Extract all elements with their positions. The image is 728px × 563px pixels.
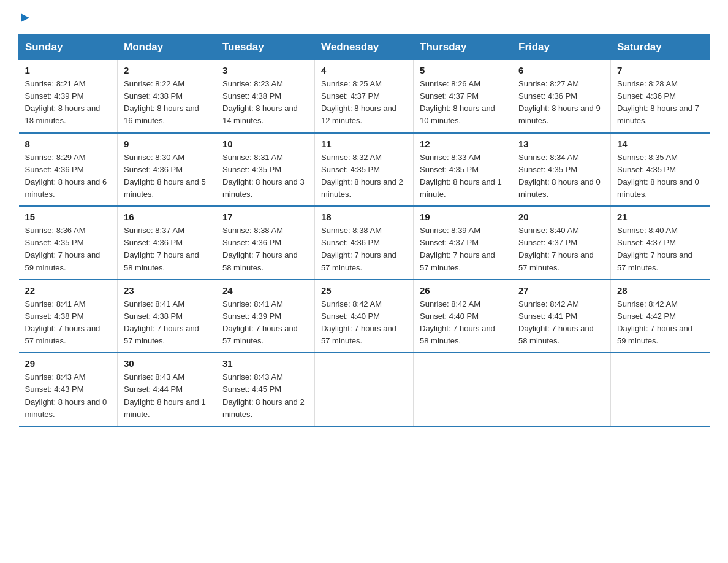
calendar-cell: 15 Sunrise: 8:36 AMSunset: 4:35 PMDaylig… [19, 206, 118, 280]
day-info: Sunrise: 8:41 AMSunset: 4:38 PMDaylight:… [25, 298, 112, 348]
day-info: Sunrise: 8:42 AMSunset: 4:41 PMDaylight:… [518, 298, 604, 348]
day-number: 1 [25, 65, 112, 75]
day-info: Sunrise: 8:33 AMSunset: 4:35 PMDaylight:… [420, 151, 506, 201]
calendar-cell: 13 Sunrise: 8:34 AMSunset: 4:35 PMDaylig… [512, 133, 611, 207]
calendar-cell: 16 Sunrise: 8:37 AMSunset: 4:36 PMDaylig… [118, 206, 216, 280]
logo [18, 12, 31, 22]
calendar-cell: 6 Sunrise: 8:27 AMSunset: 4:36 PMDayligh… [512, 60, 611, 133]
calendar-cell: 24 Sunrise: 8:41 AMSunset: 4:39 PMDaylig… [216, 280, 315, 353]
calendar-cell: 31 Sunrise: 8:43 AMSunset: 4:45 PMDaylig… [216, 353, 315, 426]
week-row-1: 1 Sunrise: 8:21 AMSunset: 4:39 PMDayligh… [19, 60, 710, 133]
calendar-cell: 22 Sunrise: 8:41 AMSunset: 4:38 PMDaylig… [19, 280, 118, 353]
calendar-cell: 17 Sunrise: 8:38 AMSunset: 4:36 PMDaylig… [216, 206, 315, 280]
day-number: 12 [420, 139, 506, 149]
day-info: Sunrise: 8:28 AMSunset: 4:36 PMDaylight:… [617, 78, 703, 128]
calendar-cell: 8 Sunrise: 8:29 AMSunset: 4:36 PMDayligh… [19, 133, 118, 207]
calendar-cell [414, 353, 512, 426]
logo-triangle-icon [20, 12, 31, 26]
day-info: Sunrise: 8:43 AMSunset: 4:45 PMDaylight:… [222, 371, 308, 421]
day-info: Sunrise: 8:42 AMSunset: 4:40 PMDaylight:… [420, 298, 506, 348]
day-number: 2 [124, 65, 210, 75]
day-number: 21 [617, 212, 703, 222]
day-info: Sunrise: 8:41 AMSunset: 4:39 PMDaylight:… [222, 298, 308, 348]
day-number: 3 [222, 65, 308, 75]
calendar-cell: 19 Sunrise: 8:39 AMSunset: 4:37 PMDaylig… [414, 206, 512, 280]
day-number: 29 [25, 358, 112, 369]
day-info: Sunrise: 8:30 AMSunset: 4:36 PMDaylight:… [124, 151, 210, 201]
day-number: 8 [25, 139, 112, 149]
calendar-cell: 10 Sunrise: 8:31 AMSunset: 4:35 PMDaylig… [216, 133, 315, 207]
week-row-5: 29 Sunrise: 8:43 AMSunset: 4:43 PMDaylig… [19, 353, 710, 426]
calendar-table: SundayMondayTuesdayWednesdayThursdayFrid… [18, 34, 710, 427]
day-info: Sunrise: 8:23 AMSunset: 4:38 PMDaylight:… [222, 78, 308, 128]
day-info: Sunrise: 8:27 AMSunset: 4:36 PMDaylight:… [518, 78, 604, 128]
day-info: Sunrise: 8:22 AMSunset: 4:38 PMDaylight:… [124, 78, 210, 128]
day-number: 7 [617, 65, 703, 75]
day-number: 11 [321, 139, 407, 149]
day-info: Sunrise: 8:26 AMSunset: 4:37 PMDaylight:… [420, 78, 506, 128]
calendar-cell: 26 Sunrise: 8:42 AMSunset: 4:40 PMDaylig… [414, 280, 512, 353]
day-number: 30 [124, 358, 210, 369]
day-info: Sunrise: 8:31 AMSunset: 4:35 PMDaylight:… [222, 151, 308, 201]
calendar-cell: 27 Sunrise: 8:42 AMSunset: 4:41 PMDaylig… [512, 280, 611, 353]
calendar-header-row: SundayMondayTuesdayWednesdayThursdayFrid… [19, 35, 710, 60]
calendar-cell: 21 Sunrise: 8:40 AMSunset: 4:37 PMDaylig… [611, 206, 710, 280]
day-info: Sunrise: 8:43 AMSunset: 4:43 PMDaylight:… [25, 371, 112, 421]
calendar-cell: 4 Sunrise: 8:25 AMSunset: 4:37 PMDayligh… [315, 60, 414, 133]
day-number: 14 [617, 139, 703, 149]
calendar-cell: 2 Sunrise: 8:22 AMSunset: 4:38 PMDayligh… [118, 60, 216, 133]
day-number: 9 [124, 139, 210, 149]
day-number: 31 [222, 358, 308, 369]
day-number: 5 [420, 65, 506, 75]
day-number: 23 [124, 285, 210, 296]
svg-marker-0 [21, 13, 29, 22]
header-tuesday: Tuesday [216, 35, 315, 60]
calendar-cell: 3 Sunrise: 8:23 AMSunset: 4:38 PMDayligh… [216, 60, 315, 133]
header-thursday: Thursday [414, 35, 512, 60]
calendar-cell: 25 Sunrise: 8:42 AMSunset: 4:40 PMDaylig… [315, 280, 414, 353]
day-number: 18 [321, 212, 407, 222]
calendar-cell: 11 Sunrise: 8:32 AMSunset: 4:35 PMDaylig… [315, 133, 414, 207]
calendar-cell: 29 Sunrise: 8:43 AMSunset: 4:43 PMDaylig… [19, 353, 118, 426]
calendar-cell: 5 Sunrise: 8:26 AMSunset: 4:37 PMDayligh… [414, 60, 512, 133]
day-info: Sunrise: 8:40 AMSunset: 4:37 PMDaylight:… [617, 224, 703, 274]
day-number: 10 [222, 139, 308, 149]
calendar-cell [611, 353, 710, 426]
day-info: Sunrise: 8:25 AMSunset: 4:37 PMDaylight:… [321, 78, 407, 128]
day-info: Sunrise: 8:42 AMSunset: 4:42 PMDaylight:… [617, 298, 703, 348]
calendar-cell: 28 Sunrise: 8:42 AMSunset: 4:42 PMDaylig… [611, 280, 710, 353]
day-number: 16 [124, 212, 210, 222]
day-number: 13 [518, 139, 604, 149]
day-number: 20 [518, 212, 604, 222]
calendar-cell: 1 Sunrise: 8:21 AMSunset: 4:39 PMDayligh… [19, 60, 118, 133]
calendar-cell: 14 Sunrise: 8:35 AMSunset: 4:35 PMDaylig… [611, 133, 710, 207]
week-row-4: 22 Sunrise: 8:41 AMSunset: 4:38 PMDaylig… [19, 280, 710, 353]
day-info: Sunrise: 8:38 AMSunset: 4:36 PMDaylight:… [321, 224, 407, 274]
day-info: Sunrise: 8:21 AMSunset: 4:39 PMDaylight:… [25, 78, 112, 128]
day-number: 24 [222, 285, 308, 296]
day-number: 4 [321, 65, 407, 75]
day-info: Sunrise: 8:43 AMSunset: 4:44 PMDaylight:… [124, 371, 210, 421]
day-number: 19 [420, 212, 506, 222]
day-number: 17 [222, 212, 308, 222]
day-number: 15 [25, 212, 112, 222]
day-info: Sunrise: 8:32 AMSunset: 4:35 PMDaylight:… [321, 151, 407, 201]
header-friday: Friday [512, 35, 611, 60]
day-number: 25 [321, 285, 407, 296]
calendar-cell: 20 Sunrise: 8:40 AMSunset: 4:37 PMDaylig… [512, 206, 611, 280]
day-number: 6 [518, 65, 604, 75]
day-info: Sunrise: 8:39 AMSunset: 4:37 PMDaylight:… [420, 224, 506, 274]
day-info: Sunrise: 8:35 AMSunset: 4:35 PMDaylight:… [617, 151, 703, 201]
header-wednesday: Wednesday [315, 35, 414, 60]
header-saturday: Saturday [611, 35, 710, 60]
calendar-cell: 12 Sunrise: 8:33 AMSunset: 4:35 PMDaylig… [414, 133, 512, 207]
day-info: Sunrise: 8:38 AMSunset: 4:36 PMDaylight:… [222, 224, 308, 274]
calendar-cell [315, 353, 414, 426]
calendar-cell [512, 353, 611, 426]
day-info: Sunrise: 8:37 AMSunset: 4:36 PMDaylight:… [124, 224, 210, 274]
calendar-cell: 18 Sunrise: 8:38 AMSunset: 4:36 PMDaylig… [315, 206, 414, 280]
week-row-3: 15 Sunrise: 8:36 AMSunset: 4:35 PMDaylig… [19, 206, 710, 280]
day-info: Sunrise: 8:42 AMSunset: 4:40 PMDaylight:… [321, 298, 407, 348]
page-header [18, 12, 710, 22]
day-number: 26 [420, 285, 506, 296]
